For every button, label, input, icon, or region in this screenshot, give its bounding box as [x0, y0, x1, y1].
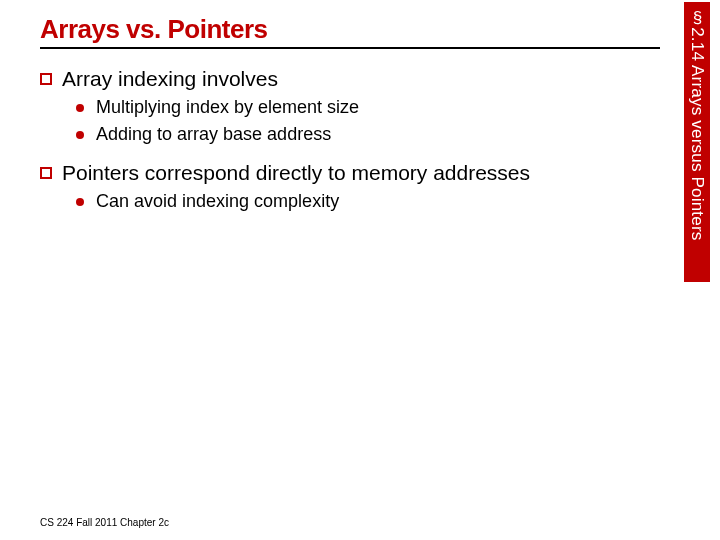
square-bullet-icon	[40, 167, 52, 179]
bullet-text: Can avoid indexing complexity	[96, 191, 339, 212]
square-bullet-icon	[40, 73, 52, 85]
slide: Arrays vs. Pointers Array indexing invol…	[0, 0, 720, 540]
slide-content: Array indexing involves Multiplying inde…	[40, 49, 680, 212]
slide-footer: CS 224 Fall 2011 Chapter 2c	[40, 517, 169, 528]
section-label: §2.14 Arrays versus Pointers	[687, 2, 707, 240]
bullet-text: Multiplying index by element size	[96, 97, 359, 118]
dot-bullet-icon	[76, 131, 84, 139]
list-item: Pointers correspond directly to memory a…	[40, 161, 680, 185]
section-sidebar: §2.14 Arrays versus Pointers	[684, 2, 710, 282]
slide-title: Arrays vs. Pointers	[40, 14, 660, 49]
dot-bullet-icon	[76, 198, 84, 206]
list-item: Can avoid indexing complexity	[76, 191, 680, 212]
list-item: Adding to array base address	[76, 124, 680, 145]
bullet-text: Array indexing involves	[62, 67, 278, 91]
list-item: Array indexing involves	[40, 67, 680, 91]
bullet-text: Pointers correspond directly to memory a…	[62, 161, 530, 185]
list-item: Multiplying index by element size	[76, 97, 680, 118]
dot-bullet-icon	[76, 104, 84, 112]
bullet-text: Adding to array base address	[96, 124, 331, 145]
